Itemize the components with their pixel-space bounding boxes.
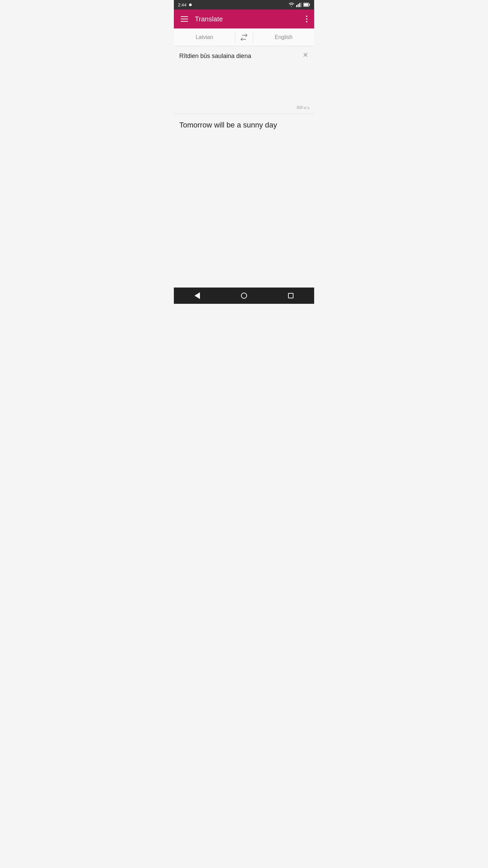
status-bar: 2:44 ⏺ — [174, 0, 314, 9]
swap-languages-button[interactable] — [235, 34, 253, 41]
svg-rect-6 — [304, 4, 308, 6]
signal-icon — [296, 2, 302, 7]
home-icon — [241, 293, 247, 299]
language-bar: Latvian English — [174, 28, 314, 46]
back-icon — [195, 292, 200, 299]
svg-rect-0 — [296, 5, 297, 7]
source-language-button[interactable]: Latvian — [174, 28, 235, 46]
app-title: Translate — [195, 15, 305, 23]
more-options-button[interactable] — [305, 14, 309, 24]
status-left: 2:44 ⏺ — [178, 2, 192, 7]
font-size-icon[interactable]: aa ā — [297, 104, 309, 110]
svg-rect-5 — [309, 4, 310, 5]
status-time: 2:44 — [178, 2, 186, 7]
clear-button[interactable]: ✕ — [301, 51, 309, 59]
svg-rect-2 — [299, 3, 300, 7]
result-area: Tomorrow will be a sunny day — [174, 114, 314, 288]
wifi-icon — [288, 2, 294, 7]
back-button[interactable] — [187, 288, 207, 304]
nav-bar — [174, 288, 314, 304]
target-language-button[interactable]: English — [253, 28, 314, 46]
arrow-icon — [303, 106, 307, 110]
home-button[interactable] — [234, 288, 254, 304]
recent-apps-button[interactable] — [281, 288, 301, 304]
translated-text: Tomorrow will be a sunny day — [179, 119, 309, 131]
svg-rect-3 — [301, 2, 302, 7]
input-area: Rītdien būs saulaina diena ✕ aa ā — [174, 46, 314, 114]
app-bar: Translate — [174, 9, 314, 28]
battery-icon — [303, 3, 310, 7]
recent-icon — [288, 293, 293, 298]
podcast-icon: ⏺ — [188, 2, 192, 7]
svg-rect-1 — [298, 4, 299, 7]
menu-button[interactable] — [179, 15, 189, 23]
status-right — [288, 2, 310, 7]
source-text[interactable]: Rītdien būs saulaina diena — [179, 52, 297, 61]
swap-icon — [240, 34, 248, 41]
